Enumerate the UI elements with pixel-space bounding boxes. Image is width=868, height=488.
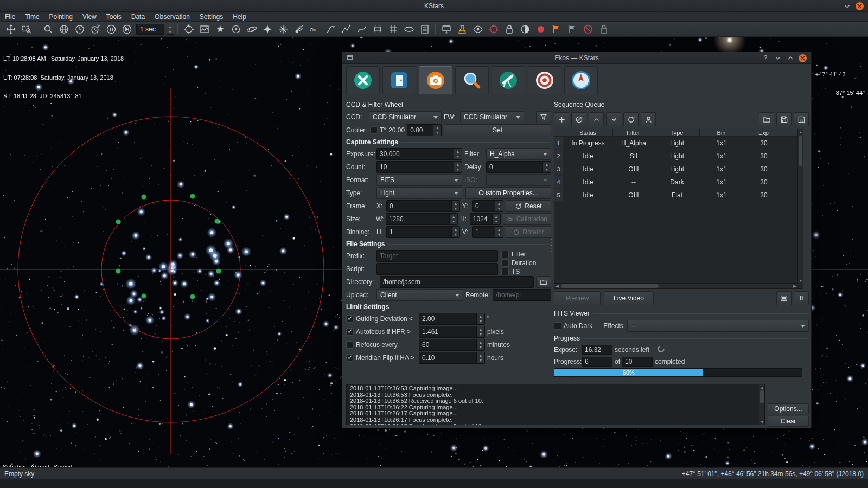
script-input[interactable] <box>376 263 498 275</box>
remove-job-button[interactable] <box>571 112 586 126</box>
frame-y-input[interactable]: 0▲▼ <box>472 200 503 212</box>
bright-stars-icon[interactable] <box>260 23 275 36</box>
guiding-deviation-input[interactable]: 2.00▲▼ <box>419 313 485 325</box>
time-step-input[interactable]: 1 sec <box>136 24 164 35</box>
maximize-icon[interactable] <box>786 54 795 62</box>
spinner-arrows[interactable]: ▲▼ <box>495 227 503 237</box>
window-menu-icon[interactable] <box>347 54 353 62</box>
time-step-spinner[interactable]: ▲▼ <box>167 24 174 35</box>
menu-settings[interactable]: Settings <box>195 12 228 22</box>
move-job-up-button[interactable] <box>589 112 604 126</box>
table-row[interactable]: 4 Idle -- Dark 1x1 30 <box>554 176 803 189</box>
supernovae-icon[interactable] <box>276 23 290 36</box>
minimize-icon[interactable] <box>843 2 851 10</box>
auto-dark-checkbox[interactable] <box>554 322 561 330</box>
menu-pointing[interactable]: Pointing <box>44 12 78 22</box>
select-observer-button[interactable] <box>641 112 656 126</box>
spinner-arrows[interactable]: ▲▼ <box>476 352 484 363</box>
solar-system-icon[interactable] <box>244 23 259 36</box>
prefix-input[interactable]: Target <box>376 250 498 262</box>
constellation-art-icon[interactable] <box>323 23 337 36</box>
sky-chart-icon[interactable] <box>197 23 212 36</box>
tab-align[interactable] <box>564 66 598 94</box>
tab-capture[interactable] <box>419 66 452 94</box>
table-row[interactable]: 2 Idle SII Light 1x1 30 <box>554 150 803 163</box>
spinner-arrows[interactable]: ▲▼ <box>451 227 459 237</box>
equatorial-grid-icon[interactable] <box>370 23 385 36</box>
duration-suffix-checkbox[interactable] <box>501 259 509 267</box>
horizon-icon[interactable] <box>401 23 416 36</box>
close-icon[interactable] <box>799 54 807 62</box>
time-to-now-icon[interactable] <box>88 23 103 36</box>
size-h-input[interactable]: 1024▲▼ <box>470 213 501 225</box>
fw-select[interactable]: CCD Simulator <box>460 111 524 123</box>
spinner-arrows[interactable]: ▲▼ <box>454 149 462 159</box>
spinner-arrows[interactable]: ▲▼ <box>451 201 459 211</box>
whats-interesting-icon[interactable] <box>470 23 485 36</box>
spinner-arrows[interactable]: ▲▼ <box>542 162 551 172</box>
menu-observation[interactable]: Observation <box>150 12 195 22</box>
table-row[interactable]: 3 Idle OIII Light 1x1 30 <box>554 163 803 176</box>
log-scrollbar[interactable]: ▲▼ <box>759 384 764 425</box>
set-time-icon[interactable] <box>72 23 87 36</box>
lock-secondary-icon[interactable] <box>596 23 611 36</box>
spinner-arrows[interactable]: ▲▼ <box>433 125 441 136</box>
live-video-button[interactable]: Live Video <box>604 291 654 305</box>
effects-select[interactable]: -- <box>627 320 809 332</box>
spinner-arrows[interactable]: ▲▼ <box>454 162 462 172</box>
tab-focus[interactable] <box>455 66 489 94</box>
constellation-lines-icon[interactable] <box>339 23 353 36</box>
frame-x-input[interactable]: 0▲▼ <box>386 200 460 212</box>
alerts-off-icon[interactable] <box>580 23 595 36</box>
open-sequence-button[interactable] <box>759 112 774 126</box>
advance-time-icon[interactable] <box>119 23 134 36</box>
filter-manager-button[interactable] <box>536 111 551 123</box>
flag-gray-icon[interactable] <box>565 23 579 36</box>
ekos-icon[interactable] <box>455 23 469 36</box>
bin-h-input[interactable]: 1▲▼ <box>386 226 460 238</box>
show-fits-button[interactable] <box>776 291 792 305</box>
minimize-icon[interactable] <box>774 54 782 62</box>
custom-properties-button[interactable]: Custom Properties... <box>465 187 551 199</box>
table-row[interactable]: 5 Idle OIII Flat 1x1 30 <box>554 189 803 202</box>
table-row[interactable]: 1 In Progress H_Alpha Light 1x1 30 <box>554 137 803 150</box>
spinner-arrows[interactable]: ▲▼ <box>495 201 503 211</box>
add-job-button[interactable] <box>554 112 569 126</box>
vertical-splitter[interactable]: ······ <box>549 215 553 280</box>
ecliptic-icon[interactable] <box>354 23 369 36</box>
tab-indi[interactable] <box>382 66 416 94</box>
size-w-input[interactable]: 1280▲▼ <box>386 213 458 225</box>
meridian-flip-checkbox[interactable] <box>346 354 354 362</box>
lock-position-icon[interactable] <box>502 23 516 36</box>
filter-select[interactable]: H_Alpha <box>486 148 551 160</box>
pause-sequence-button[interactable] <box>794 291 809 305</box>
reset-frame-button[interactable]: Reset <box>506 200 551 212</box>
find-object-icon[interactable] <box>41 23 55 36</box>
ccd-select[interactable]: CCD Simulator <box>369 111 442 123</box>
directory-input[interactable]: /home/jasem <box>380 276 534 288</box>
autofocus-hfr-input[interactable]: 1.461▲▼ <box>419 326 485 338</box>
pause-simulation-icon[interactable] <box>104 23 118 36</box>
bin-v-input[interactable]: 1▲▼ <box>472 226 503 238</box>
menu-tools[interactable]: Tools <box>101 12 126 22</box>
filter-suffix-checkbox[interactable] <box>501 251 509 258</box>
record-icon[interactable] <box>533 23 548 36</box>
spinner-arrows[interactable]: ▲▼ <box>492 214 500 224</box>
exposure-input[interactable]: 30.000▲▼ <box>376 148 462 160</box>
spinner-arrows[interactable]: ▲▼ <box>476 326 484 337</box>
delay-input[interactable]: 0▲▼ <box>486 161 551 173</box>
set-temperature-button[interactable]: Set <box>444 124 551 136</box>
save-sequence-as-button[interactable] <box>794 112 809 126</box>
menu-time[interactable]: Time <box>20 12 44 22</box>
ekos-titlebar[interactable]: Ekos — KStars ? <box>342 52 811 64</box>
options-button[interactable]: Options... <box>768 403 809 414</box>
table-horizontal-scrollbar[interactable]: ◀▶ <box>554 283 797 288</box>
help-icon[interactable]: ? <box>761 54 770 62</box>
menu-view[interactable]: View <box>78 12 101 22</box>
reset-queue-button[interactable] <box>623 112 639 126</box>
cooler-setpoint-input[interactable]: 0.00▲▼ <box>407 124 442 136</box>
log-view[interactable]: 2018-01-13T10:36:53 Capturing image... 2… <box>346 384 765 425</box>
refocus-every-checkbox[interactable] <box>346 341 354 349</box>
tab-setup[interactable] <box>346 66 380 94</box>
autofocus-hfr-checkbox[interactable] <box>346 328 354 336</box>
